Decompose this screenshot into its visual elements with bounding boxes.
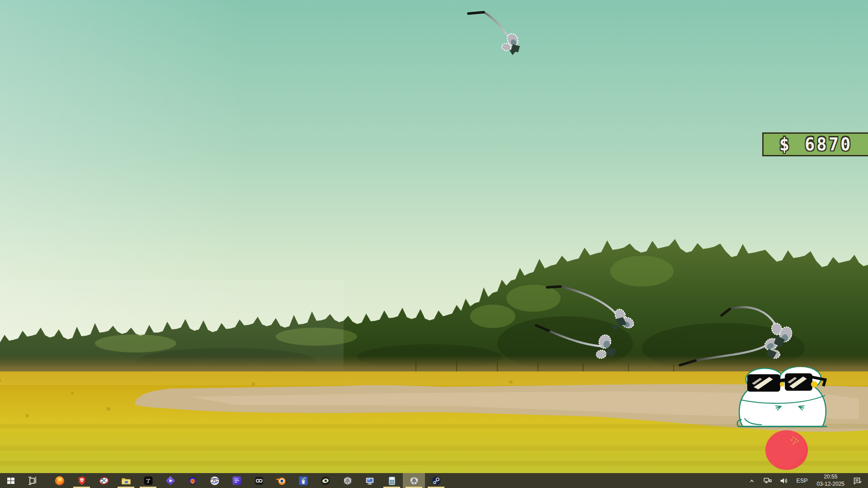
- notification-icon: [852, 476, 862, 486]
- taskbar-app-system-app[interactable]: [359, 473, 381, 488]
- taskbar-app-unity-editor[interactable]: [403, 473, 425, 488]
- score-amount: 6870: [805, 136, 852, 153]
- noodle-app-icon: [298, 475, 309, 486]
- unity-hub-icon: [342, 475, 353, 486]
- taskbar-app-brave[interactable]: [71, 473, 93, 488]
- taskbar-app-stremio[interactable]: [159, 473, 181, 488]
- taskbar-app-snipping-tool[interactable]: [93, 473, 115, 488]
- score-panel: $6870: [762, 132, 868, 156]
- taskbar-app-file-explorer[interactable]: [115, 473, 137, 488]
- network-tray-button[interactable]: [760, 473, 776, 488]
- globe-app-icon: [209, 475, 220, 486]
- taskbar-app-blender[interactable]: [270, 473, 292, 488]
- fly-4[interactable]: [675, 302, 807, 370]
- taskbar-empty-space: [447, 473, 744, 488]
- speaker-icon: [779, 476, 789, 486]
- taskbar-app-globe-app[interactable]: [203, 473, 226, 488]
- fly-wing: [596, 349, 607, 359]
- taskbar-app-firefox[interactable]: [48, 473, 71, 488]
- fly-3[interactable]: [533, 320, 625, 365]
- network-icon: [763, 476, 773, 486]
- clock-date: 03-12-2025: [817, 481, 844, 488]
- action-center-button[interactable]: [849, 473, 865, 488]
- stremio-icon: [165, 475, 176, 486]
- taskbar-app-eye-app[interactable]: [314, 473, 336, 488]
- system-tray: ESP 20:55 03-12-2025: [744, 473, 868, 488]
- fly-motion-trail: [468, 12, 509, 38]
- tidal-icon: [143, 475, 154, 486]
- taskbar: ESP 20:55 03-12-2025: [0, 473, 868, 488]
- task-view-button[interactable]: [22, 473, 43, 488]
- eye-app-icon: [320, 475, 331, 486]
- fly-motion-trail: [547, 286, 617, 314]
- code-editor-icon: [231, 475, 242, 486]
- calculator-icon: [387, 475, 397, 486]
- windows-logo-icon: [5, 475, 16, 486]
- snipping-tool-icon: [99, 475, 109, 486]
- taskbar-app-code-editor[interactable]: [226, 473, 248, 488]
- start-button[interactable]: [0, 473, 22, 488]
- system-app-icon: [364, 475, 375, 486]
- taskbar-app-row: [43, 473, 447, 488]
- red-ball[interactable]: [765, 430, 808, 470]
- chevron-up-icon: [747, 476, 756, 485]
- fly-1[interactable]: [465, 7, 533, 59]
- desktop-background[interactable]: $6870: [0, 0, 868, 473]
- taskbar-app-tidal[interactable]: [137, 473, 159, 488]
- clock-time: 20:55: [817, 474, 844, 481]
- language-indicator[interactable]: ESP: [792, 473, 812, 488]
- taskbar-app-codium[interactable]: [248, 473, 270, 488]
- taskbar-app-noodle-app[interactable]: [292, 473, 314, 488]
- steam-icon: [431, 475, 442, 486]
- hidden-icons-chevron[interactable]: [744, 473, 760, 488]
- taskbar-app-calculator[interactable]: [381, 473, 403, 488]
- frog-left-eye: [780, 382, 784, 386]
- taskbar-app-unity-hub[interactable]: [336, 473, 359, 488]
- task-view-icon: [27, 475, 38, 486]
- taskbar-app-steam[interactable]: [425, 473, 447, 488]
- currency-symbol: $: [779, 136, 791, 153]
- ball-speckles: [765, 430, 808, 470]
- firefox-icon: [54, 475, 65, 486]
- frog-with-sunglasses[interactable]: [735, 367, 830, 430]
- brave-icon: [76, 475, 87, 486]
- frog-right-eye: [811, 381, 817, 387]
- volume-tray-button[interactable]: [776, 473, 792, 488]
- clock[interactable]: 20:55 03-12-2025: [812, 473, 849, 488]
- codium-icon: [254, 475, 264, 486]
- blender-icon: [276, 475, 287, 486]
- desktop-screen: $6870: [0, 0, 868, 488]
- fly-body: [606, 347, 617, 357]
- score-text: $6870: [764, 136, 868, 153]
- file-explorer-icon: [121, 475, 132, 486]
- unity-editor-icon: [409, 475, 420, 486]
- taskbar-app-audacity[interactable]: [181, 473, 203, 488]
- audacity-icon: [187, 475, 198, 486]
